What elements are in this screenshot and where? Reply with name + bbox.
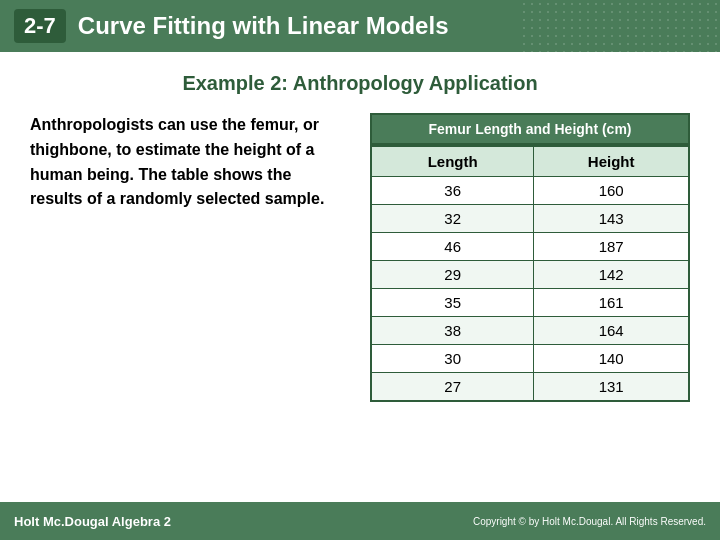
- cell-length: 29: [371, 261, 534, 289]
- table-title: Femur Length and Height (cm): [370, 113, 690, 145]
- table-row: 35161: [371, 289, 689, 317]
- table-row: 32143: [371, 205, 689, 233]
- table-row: 30140: [371, 345, 689, 373]
- data-table: Length Height 36160321434618729142351613…: [370, 145, 690, 402]
- cell-length: 32: [371, 205, 534, 233]
- cell-height: 143: [534, 205, 689, 233]
- col-header-length: Length: [371, 146, 534, 177]
- example-title: Example 2: Anthropology Application: [30, 72, 690, 95]
- table-row: 27131: [371, 373, 689, 402]
- header-title: Curve Fitting with Linear Models: [78, 12, 449, 40]
- table-container: Femur Length and Height (cm) Length Heig…: [370, 113, 690, 402]
- cell-height: 142: [534, 261, 689, 289]
- content-row: Anthropologists can use the femur, or th…: [30, 113, 690, 492]
- cell-length: 38: [371, 317, 534, 345]
- table-header-row: Length Height: [371, 146, 689, 177]
- footer-left: Holt Mc.Dougal Algebra 2: [14, 514, 171, 529]
- cell-length: 27: [371, 373, 534, 402]
- cell-length: 36: [371, 177, 534, 205]
- cell-height: 131: [534, 373, 689, 402]
- cell-height: 187: [534, 233, 689, 261]
- cell-height: 161: [534, 289, 689, 317]
- header-bar: 2-7 Curve Fitting with Linear Models: [0, 0, 720, 52]
- table-row: 38164: [371, 317, 689, 345]
- table-row: 46187: [371, 233, 689, 261]
- footer-right: Copyright © by Holt Mc.Dougal. All Right…: [473, 516, 706, 527]
- table-row: 29142: [371, 261, 689, 289]
- col-header-height: Height: [534, 146, 689, 177]
- cell-length: 35: [371, 289, 534, 317]
- cell-length: 30: [371, 345, 534, 373]
- footer: Holt Mc.Dougal Algebra 2 Copyright © by …: [0, 502, 720, 540]
- cell-height: 160: [534, 177, 689, 205]
- cell-length: 46: [371, 233, 534, 261]
- cell-height: 164: [534, 317, 689, 345]
- body-text: Anthropologists can use the femur, or th…: [30, 113, 346, 212]
- cell-height: 140: [534, 345, 689, 373]
- table-row: 36160: [371, 177, 689, 205]
- lesson-badge: 2-7: [14, 9, 66, 43]
- main-content: Example 2: Anthropology Application Anth…: [0, 52, 720, 502]
